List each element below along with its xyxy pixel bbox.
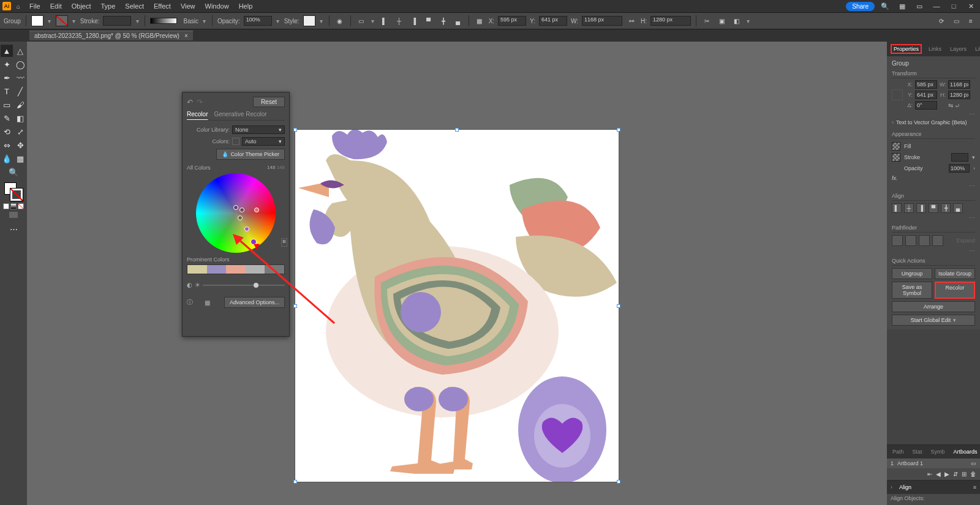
tab-libraries[interactable]: Libra [973, 45, 980, 53]
color-wheel[interactable] [196, 173, 276, 253]
pf-exclude-btn[interactable] [932, 235, 943, 246]
menu-object[interactable]: Object [68, 1, 95, 11]
menu-file[interactable]: File [26, 1, 44, 11]
prop-y-input[interactable] [915, 91, 937, 99]
text-to-vector-row[interactable]: ›Text to Vector Graphic (Beta) [892, 118, 975, 127]
document-tab[interactable]: abstract-2023235_1280.png* @ 50 % (RGB/P… [29, 31, 193, 40]
isolate-group-button[interactable]: Isolate Group [935, 268, 975, 279]
rectangle-tool[interactable]: ▭ [1, 99, 13, 111]
fill-stroke-control[interactable] [4, 182, 23, 201]
rotate-tool[interactable]: ⟲ [1, 125, 13, 138]
arrange-button[interactable]: Arrange [892, 301, 975, 312]
align-right-icon[interactable]: ▐ [409, 15, 420, 26]
swatch-lib-icon[interactable]: ▦ [205, 299, 210, 306]
doc-setup-icon[interactable]: ▭ [951, 15, 962, 26]
type-tool[interactable]: T [1, 85, 13, 97]
tab-recolor[interactable]: Recolor [187, 111, 208, 118]
align-top-btn[interactable]: ▀ [929, 203, 938, 213]
reference-point-icon[interactable] [892, 89, 903, 100]
none-mode-icon[interactable] [18, 203, 24, 209]
link-wh-icon[interactable]: ⚯ [626, 15, 637, 26]
minimize-icon[interactable]: — [930, 2, 943, 10]
align-section-label[interactable]: Align [897, 483, 913, 492]
paintbrush-tool[interactable]: 🖌 [14, 99, 26, 111]
recolor-icon[interactable]: ◉ [334, 15, 345, 26]
menu-select[interactable]: Select [121, 1, 148, 11]
selection-tool[interactable]: ▲ [1, 45, 13, 57]
edit-icon[interactable]: ◧ [731, 15, 742, 26]
appearance-more-icon[interactable]: ⋯ [892, 182, 975, 189]
fill-dropdown[interactable]: ▾ [47, 15, 52, 26]
magic-wand-tool[interactable]: ✦ [1, 58, 13, 70]
align-right-btn[interactable]: ▐ [916, 203, 926, 213]
workspace-icon[interactable]: ▭ [913, 2, 926, 10]
save-as-symbol-button[interactable]: Save as Symbol [892, 282, 932, 299]
maximize-icon[interactable]: □ [947, 2, 960, 10]
undo-icon[interactable]: ↶ [187, 98, 193, 107]
prop-h-input[interactable] [948, 91, 970, 99]
color-theme-picker-button[interactable]: 💧Color Theme Picker [216, 149, 285, 160]
pf-intersect-btn[interactable] [919, 235, 930, 246]
direct-selection-tool[interactable]: △ [14, 45, 26, 57]
ungroup-button[interactable]: Ungroup [892, 268, 932, 279]
shape-builder-icon[interactable]: ✂ [701, 15, 712, 26]
close-tab-icon[interactable]: × [184, 32, 188, 39]
stroke-weight[interactable] [951, 153, 968, 162]
prop-opacity-input[interactable] [949, 164, 970, 173]
more-options-icon[interactable]: ⋯ [892, 111, 975, 118]
shaper-tool[interactable]: ✎ [1, 112, 13, 124]
fill-swatch[interactable] [31, 15, 43, 26]
align-bottom-icon[interactable]: ▄ [453, 15, 464, 26]
home-icon[interactable]: ⌂ [13, 1, 23, 11]
free-transform-tool[interactable]: ✥ [14, 139, 26, 151]
align-vcenter-btn[interactable]: ╋ [941, 203, 951, 213]
stroke-mixed-swatch[interactable] [892, 153, 900, 162]
color-mode-icon[interactable] [3, 203, 9, 209]
start-global-edit-button[interactable]: Start Global Edit▾ [892, 315, 975, 326]
align-left-btn[interactable]: ▌ [892, 203, 902, 213]
curvature-tool[interactable]: 〰 [14, 72, 26, 84]
artboard-options-icon[interactable]: ▭ [971, 460, 976, 466]
share-button[interactable]: Share [846, 2, 875, 11]
y-input[interactable]: 641 px [539, 16, 567, 26]
artboard-reorder-icon[interactable]: ⇵ [953, 471, 958, 477]
brightness-slider[interactable] [203, 285, 285, 286]
tab-stat[interactable]: Stat [911, 447, 924, 456]
zoom-tool[interactable]: 🔍 [7, 166, 20, 178]
tab-links[interactable]: Links [927, 45, 943, 53]
app-icon[interactable]: Ai [2, 2, 11, 10]
transform-ref-icon[interactable]: ▦ [474, 15, 485, 26]
h-input[interactable]: 1280 px [650, 16, 691, 26]
stroke-swatch[interactable] [56, 15, 68, 26]
screen-mode-icon[interactable] [9, 212, 18, 218]
advanced-options-button[interactable]: Advanced Options... [224, 297, 285, 308]
pf-minus-btn[interactable] [905, 235, 916, 246]
prominent-swatches[interactable] [187, 264, 285, 274]
stroke-weight-input[interactable] [103, 16, 131, 26]
tab-generative-recolor[interactable]: Generative Recolor [214, 111, 266, 118]
gradient-mode-icon[interactable] [10, 203, 17, 209]
eraser-tool[interactable]: ◧ [14, 112, 26, 124]
align-bottom-btn[interactable]: ▄ [953, 203, 963, 213]
w-input[interactable]: 1168 px [582, 16, 622, 26]
artboard-next-icon[interactable]: ▶ [944, 471, 949, 477]
close-window-icon[interactable]: ✕ [964, 2, 978, 10]
menu-effect[interactable]: Effect [150, 1, 175, 11]
fx-label[interactable]: fx. [892, 175, 898, 181]
colors-select[interactable]: Auto▾ [242, 137, 285, 146]
edit-toolbar-icon[interactable]: ⋯ [7, 223, 20, 235]
stroke-dropdown[interactable]: ▾ [72, 15, 77, 26]
pen-tool[interactable]: ✒ [1, 72, 13, 84]
search-icon[interactable]: 🔍 [878, 2, 892, 10]
align-menu-icon[interactable]: ≡ [973, 484, 976, 490]
menu-help[interactable]: Help [235, 1, 257, 11]
info-icon[interactable]: ⓘ [187, 298, 193, 307]
pf-unite-btn[interactable] [892, 235, 903, 246]
gradient-tool[interactable]: ▦ [14, 152, 26, 165]
opacity-input[interactable]: 100% [244, 16, 272, 26]
tab-properties[interactable]: Properties [891, 44, 922, 54]
reset-button[interactable]: Reset [253, 97, 285, 107]
align-icon[interactable]: ▭ [356, 15, 367, 26]
color-library-select[interactable]: None▾ [232, 125, 285, 134]
width-tool[interactable]: ⇔ [1, 139, 13, 151]
